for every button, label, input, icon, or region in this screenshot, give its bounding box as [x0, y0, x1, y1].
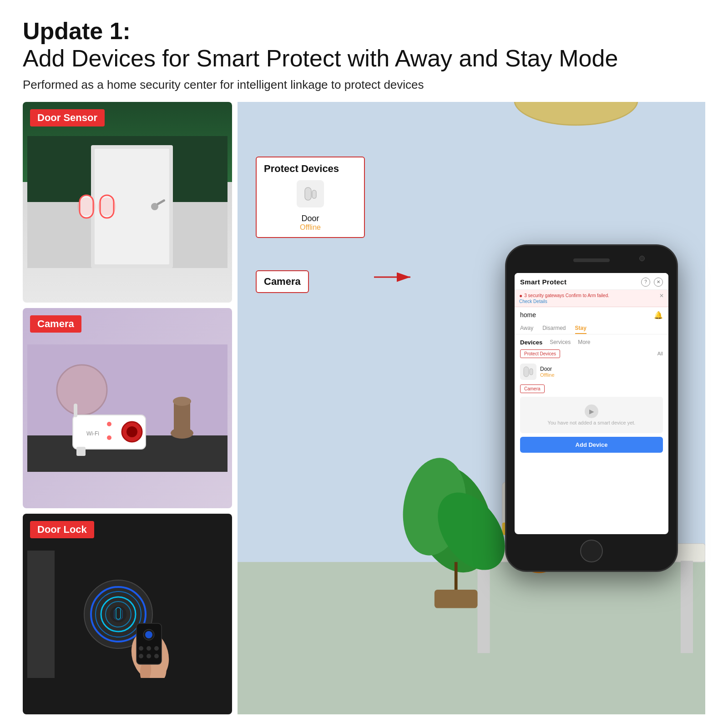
- callout-device-preview: Door Offline: [264, 180, 357, 232]
- door-lock-label: Door Lock: [30, 521, 94, 538]
- svg-rect-20: [76, 447, 86, 456]
- filter-row: Protect Devices All: [515, 348, 668, 360]
- arrow-container: [372, 270, 417, 284]
- header-section: Update 1: Add Devices for Smart Protect …: [23, 18, 705, 93]
- svg-point-39: [147, 646, 151, 651]
- svg-rect-69: [524, 367, 529, 377]
- svg-point-38: [139, 646, 143, 651]
- alert-close-icon[interactable]: ✕: [659, 293, 664, 299]
- help-icon[interactable]: ?: [641, 278, 650, 287]
- play-icon: ▶: [585, 404, 598, 418]
- app-title: Smart Protect: [520, 278, 566, 286]
- app-header-icons: ? ✕: [641, 278, 663, 287]
- svg-rect-45: [238, 562, 705, 714]
- tab-devices[interactable]: Devices: [520, 339, 542, 346]
- protect-devices-filter-btn[interactable]: Protect Devices: [520, 349, 560, 358]
- door-device-status: Offline: [540, 372, 555, 378]
- phone-screen: Smart Protect ? ✕: [515, 273, 668, 534]
- svg-rect-66: [312, 190, 316, 198]
- nav-tabs: Devices Services More: [515, 337, 668, 348]
- filter-all-label[interactable]: All: [657, 351, 663, 356]
- phone-body: Smart Protect ? ✕: [505, 244, 678, 572]
- svg-text:Wi-Fi: Wi-Fi: [86, 430, 99, 437]
- svg-point-21: [107, 422, 111, 426]
- door-device-icon: [520, 364, 536, 380]
- svg-rect-50: [681, 561, 693, 653]
- svg-point-8: [77, 197, 96, 216]
- svg-point-40: [154, 646, 159, 651]
- door-lock-card: Door Lock: [23, 514, 232, 714]
- door-sensor-scene: [23, 102, 232, 303]
- alert-banner: ● 3 security gateways Confirm to Arm fai…: [515, 290, 668, 307]
- door-device-item: Door Offline: [515, 360, 668, 384]
- add-device-button[interactable]: Add Device: [520, 437, 663, 453]
- content-area: Door Sensor: [23, 102, 705, 714]
- svg-point-15: [57, 365, 107, 415]
- svg-point-18: [126, 426, 137, 437]
- svg-rect-65: [305, 187, 311, 200]
- door-sensor-label: Door Sensor: [30, 109, 105, 126]
- page-wrapper: Update 1: Add Devices for Smart Protect …: [0, 0, 728, 728]
- tab-more[interactable]: More: [578, 339, 590, 345]
- svg-rect-70: [530, 369, 533, 375]
- camera-label: Camera: [30, 315, 81, 333]
- home-row: home 🔔: [515, 307, 668, 323]
- callout-camera-title: Camera: [264, 276, 301, 288]
- door-sensor-svg: [27, 136, 228, 268]
- close-icon[interactable]: ✕: [654, 278, 663, 287]
- callout-device-status: Offline: [300, 223, 321, 232]
- door-device-info: Door Offline: [540, 366, 555, 378]
- callout-protect: Protect Devices Door Offline: [256, 157, 365, 238]
- callout-camera: Camera: [256, 270, 309, 293]
- door-lock-scene: [23, 514, 232, 714]
- callout-device-icon: [297, 180, 324, 207]
- svg-point-9: [98, 197, 116, 216]
- svg-rect-49: [478, 561, 490, 653]
- phone-home-button[interactable]: [580, 540, 603, 562]
- door-sensor-small-icon: [301, 185, 319, 203]
- arrow-svg: [372, 270, 417, 284]
- subtitle: Performed as a home security center for …: [23, 76, 705, 93]
- camera-filter-row: Camera: [515, 384, 668, 393]
- phone-container: Smart Protect ? ✕: [505, 244, 678, 572]
- svg-point-14: [173, 397, 191, 406]
- svg-rect-64: [435, 590, 478, 608]
- camera-placeholder: ▶ You have not added a smart device yet.: [520, 397, 663, 433]
- mode-disarmed[interactable]: Disarmed: [542, 323, 566, 334]
- callout-protect-title: Protect Devices: [264, 163, 357, 175]
- camera-card: Camera: [23, 308, 232, 509]
- mode-stay[interactable]: Stay: [575, 323, 586, 334]
- svg-rect-19: [74, 404, 77, 417]
- home-label: home: [520, 311, 536, 318]
- door-sensor-card: Door Sensor: [23, 102, 232, 303]
- mode-away[interactable]: Away: [520, 323, 533, 334]
- camera-filter-btn[interactable]: Camera: [520, 384, 545, 393]
- tab-services[interactable]: Services: [550, 339, 571, 345]
- mode-tabs: Away Disarmed Stay: [515, 323, 668, 334]
- phone-camera-dot: [639, 256, 645, 261]
- update-label: Update 1:: [23, 18, 705, 44]
- phone-speaker: [573, 258, 610, 262]
- svg-point-22: [107, 435, 111, 440]
- alert-text: 3 security gateways Confirm to Arm faile…: [524, 293, 609, 298]
- door-lock-svg: [27, 551, 228, 678]
- svg-point-41: [139, 654, 143, 658]
- left-column: Door Sensor: [23, 102, 232, 714]
- bell-icon[interactable]: 🔔: [654, 311, 663, 319]
- camera-scene: Wi-Fi: [23, 308, 232, 509]
- right-column: ⚡ ⚡ Prot: [238, 102, 705, 714]
- app-screen: Smart Protect ? ✕: [515, 273, 668, 534]
- alert-content: ● 3 security gateways Confirm to Arm fai…: [519, 293, 609, 304]
- main-title: Add Devices for Smart Protect with Away …: [23, 44, 705, 72]
- callout-device-name: Door: [301, 214, 319, 223]
- camera-svg: Wi-Fi: [27, 344, 228, 472]
- no-device-text: You have not added a smart device yet.: [548, 420, 636, 425]
- svg-point-37: [145, 631, 152, 638]
- door-sensor-list-icon: [522, 365, 535, 378]
- svg-point-43: [154, 654, 159, 658]
- door-device-name: Door: [540, 366, 555, 372]
- alert-link[interactable]: Check Details: [519, 299, 609, 304]
- svg-rect-25: [27, 551, 55, 678]
- svg-point-42: [147, 654, 151, 658]
- door-device-icon-row: Door Offline: [520, 364, 663, 380]
